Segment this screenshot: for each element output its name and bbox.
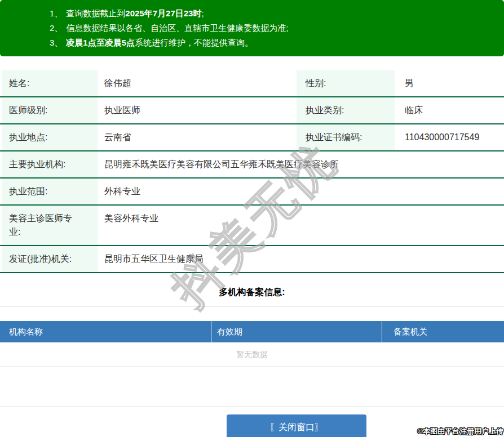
table-row: 执业范围: 外科专业 <box>0 179 504 206</box>
notice-line-3: 3、凌晨1点至凌晨5点系统进行维护，不能提供查询。 <box>50 35 493 50</box>
field-value-name: 徐伟超 <box>98 70 297 96</box>
field-value-cosmetic-specialty: 美容外科专业 <box>98 206 504 245</box>
table-row: 主要执业机构: 昆明雍禾既美医疗美容有限公司五华雍禾既美医疗美容诊所 <box>0 151 504 179</box>
notice-text: 信息数据结果以各省、自治区、直辖市卫生健康委数据为准; <box>66 23 288 33</box>
field-value-issuing-authority: 昆明市五华区卫生健康局 <box>98 246 504 272</box>
field-value-doctor-level: 执业医师 <box>98 97 297 123</box>
table-row: 美容主诊医师专业: 美容外科专业 <box>0 206 504 246</box>
field-value-practice-category: 临床 <box>395 97 504 123</box>
field-label-gender: 性别: <box>297 70 395 96</box>
field-label-certificate-number: 执业证书编码: <box>297 124 395 150</box>
field-value-practice-location: 云南省 <box>98 124 297 150</box>
table-row: 执业地点: 云南省 执业证书编码: 110430000717549 <box>0 124 504 151</box>
upload-credit-text: ©本图由平台注册用户上传 <box>417 426 503 436</box>
field-value-practice-scope: 外科专业 <box>98 179 504 204</box>
spacer <box>0 367 504 406</box>
table-row: 发证(批准)机关: 昆明市五华区卫生健康局 <box>0 246 504 273</box>
notice-line-1: 1、查询数据截止到2025年7月27日23时; <box>50 6 493 21</box>
table-row: 姓名: 徐伟超 性别: 男 <box>0 70 504 97</box>
practitioner-info-table: 姓名: 徐伟超 性别: 男 医师级别: 执业医师 执业类别: 临床 执业地点: … <box>0 70 504 273</box>
filing-header-validity-period: 有效期 <box>211 321 382 342</box>
notice-text-bold: 2025年7月27日23时 <box>125 8 201 18</box>
filing-header-institution-name: 机构名称 <box>0 321 211 342</box>
notice-banner: 1、查询数据截止到2025年7月27日23时; 2、信息数据结果以各省、自治区、… <box>0 0 504 56</box>
field-value-gender: 男 <box>395 70 504 96</box>
filing-header-filing-authority: 备案机关 <box>382 321 504 342</box>
section-divider <box>0 306 504 307</box>
notice-text: 系统进行维护，不能提供查询。 <box>135 38 253 47</box>
field-label-doctor-level: 医师级别: <box>2 97 98 123</box>
notice-text-bold: 凌晨1点至凌晨5点 <box>66 38 135 47</box>
field-value-primary-institution: 昆明雍禾既美医疗美容有限公司五华雍禾既美医疗美容诊所 <box>98 151 504 177</box>
notice-number: 1、 <box>50 8 63 18</box>
field-label-name: 姓名: <box>2 70 98 96</box>
field-label-primary-institution: 主要执业机构: <box>2 151 98 177</box>
close-window-button[interactable]: 〖关闭窗口〗 <box>227 414 366 437</box>
field-label-practice-category: 执业类别: <box>297 97 395 123</box>
field-label-practice-location: 执业地点: <box>2 124 98 150</box>
table-row: 医师级别: 执业医师 执业类别: 临床 <box>0 97 504 124</box>
notice-text: 查询数据截止到 <box>66 8 125 18</box>
filing-section-title: 多机构备案信息: <box>0 287 504 298</box>
notice-number: 3、 <box>50 38 63 47</box>
filing-empty-state: 暂无数据 <box>0 342 504 367</box>
notice-line-2: 2、信息数据结果以各省、自治区、直辖市卫生健康委数据为准; <box>50 21 493 35</box>
notice-number: 2、 <box>50 23 63 33</box>
field-label-cosmetic-specialty: 美容主诊医师专业: <box>2 206 98 245</box>
notice-text: ; <box>201 8 204 18</box>
footer-divider <box>0 406 504 407</box>
filing-table-header: 机构名称 有效期 备案机关 <box>0 321 504 342</box>
field-value-certificate-number: 110430000717549 <box>395 124 504 150</box>
field-label-practice-scope: 执业范围: <box>2 179 98 204</box>
field-label-issuing-authority: 发证(批准)机关: <box>2 246 98 272</box>
